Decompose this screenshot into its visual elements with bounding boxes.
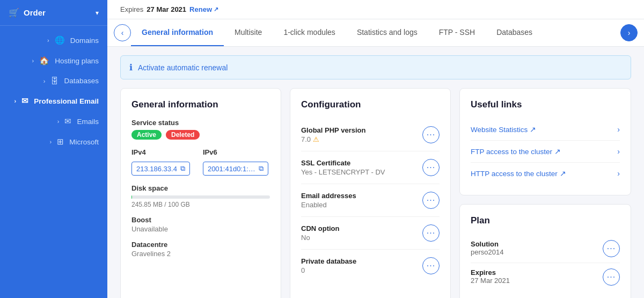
ipv4-col: IPv4 213.186.33.4 ⧉ xyxy=(131,148,190,176)
info-icon: ℹ xyxy=(129,62,133,72)
chevron-right-icon: › xyxy=(47,37,49,43)
config-cdn-val: No xyxy=(301,234,339,242)
config-row-private-db: Private database 0 ··· xyxy=(301,250,440,282)
external-link-icon: ↗ xyxy=(530,125,536,134)
datacentre-label: Datacentre xyxy=(131,241,270,249)
disk-bar-fill xyxy=(131,195,132,199)
expires-date: 27 Mar 2021 xyxy=(147,5,186,13)
config-php-dots-button[interactable]: ··· xyxy=(422,126,440,143)
ipv6-value-box: 2001:41d0:1:… ⧉ xyxy=(203,162,268,176)
config-private-db-key: Private database xyxy=(301,257,356,265)
badge-active: Active xyxy=(131,130,162,140)
config-private-db-val: 0 xyxy=(301,266,356,274)
link-row-website-stats[interactable]: Website Statistics ↗ › xyxy=(471,119,620,141)
tab-general-information[interactable]: General information xyxy=(131,19,224,46)
sidebar-item-emails[interactable]: › ✉ Emails xyxy=(0,111,107,132)
sidebar-item-label: Databases xyxy=(64,77,99,85)
chevron-right-icon: › xyxy=(14,98,17,104)
config-cdn-key: CDN option xyxy=(301,224,339,232)
disk-label: Disk space xyxy=(131,184,270,192)
status-badges: Active Deleted xyxy=(131,130,270,140)
ipv4-value-box: 213.186.33.4 ⧉ xyxy=(131,162,190,176)
sidebar-item-professional-email[interactable]: › ✉ Professional Email xyxy=(0,91,107,111)
config-ssl-val: Yes - LETSENCRYPT - DV xyxy=(301,168,385,176)
plan-card: Plan Solution perso2014 ··· Expires 27 M… xyxy=(459,204,631,298)
sidebar-item-domains[interactable]: › 🌐 Domains xyxy=(0,30,107,50)
configuration-card: Configuration Global PHP version 7.0 ⚠ ·… xyxy=(290,88,451,298)
plan-expires-dots-button[interactable]: ··· xyxy=(603,268,620,286)
disk-bar-background xyxy=(131,195,270,199)
right-column: Useful links Website Statistics ↗ › FTP … xyxy=(459,88,631,298)
sidebar-item-databases[interactable]: › 🗄 Databases xyxy=(0,71,107,91)
tab-databases[interactable]: Databases xyxy=(486,19,543,46)
tab-1click-modules[interactable]: 1-click modules xyxy=(273,19,346,46)
tabs-list: General information Multisite 1-click mo… xyxy=(131,19,620,46)
tabs-bar: ‹ General information Multisite 1-click … xyxy=(107,19,644,47)
config-private-db-dots-button[interactable]: ··· xyxy=(422,257,440,274)
ip-row: IPv4 213.186.33.4 ⧉ IPv6 2001:41d0:1:… ⧉ xyxy=(131,148,270,176)
expires-label: Expires xyxy=(120,5,143,13)
general-info-title: General information xyxy=(131,99,270,110)
plan-solution-key: Solution xyxy=(471,240,503,248)
link-row-ftp-access[interactable]: FTP access to the cluster ↗ › xyxy=(471,141,620,163)
chevron-right-icon: › xyxy=(50,139,52,145)
content-grid: General information Service status Activ… xyxy=(107,79,644,298)
renewal-banner-text: Activate automatic renewal xyxy=(138,63,228,72)
warning-icon: ⚠ xyxy=(313,135,319,143)
cart-icon: 🛒 xyxy=(9,8,19,18)
sidebar-item-microsoft[interactable]: › ⊞ Microsoft xyxy=(0,132,107,152)
tab-ftp-ssh[interactable]: FTP - SSH xyxy=(428,19,486,46)
chevron-right-icon: › xyxy=(617,169,620,178)
config-cdn-dots-button[interactable]: ··· xyxy=(422,224,440,242)
sidebar-item-label: Microsoft xyxy=(69,138,99,146)
config-email-dots-button[interactable]: ··· xyxy=(422,192,440,209)
domains-icon: 🌐 xyxy=(55,35,65,45)
configuration-title: Configuration xyxy=(301,99,440,110)
plan-expires-val: 27 Mar 2021 xyxy=(471,277,510,285)
config-row-php: Global PHP version 7.0 ⚠ ··· xyxy=(301,119,440,151)
plan-row-expires: Expires 27 Mar 2021 ··· xyxy=(471,263,620,291)
renew-link[interactable]: Renew ↗ xyxy=(189,5,218,13)
badge-deleted: Deleted xyxy=(166,130,200,140)
useful-links-card: Useful links Website Statistics ↗ › FTP … xyxy=(459,88,631,195)
topbar: Expires 27 Mar 2021 Renew ↗ xyxy=(107,0,644,19)
tab-prev-button[interactable]: ‹ xyxy=(114,24,131,41)
copy-icon[interactable]: ⧉ xyxy=(180,164,185,173)
plan-title: Plan xyxy=(471,215,620,226)
website-stats-link: Website Statistics ↗ xyxy=(471,125,536,134)
databases-icon: 🗄 xyxy=(50,76,58,85)
tab-multisite[interactable]: Multisite xyxy=(224,19,273,46)
sidebar-item-label: Emails xyxy=(77,118,99,126)
email-icon: ✉ xyxy=(21,96,28,106)
chevron-right-icon: › xyxy=(617,147,620,156)
config-ssl-dots-button[interactable]: ··· xyxy=(422,159,440,176)
hosting-icon: 🏠 xyxy=(39,56,49,66)
ipv4-value: 213.186.33.4 xyxy=(136,165,177,173)
tab-next-button[interactable]: › xyxy=(620,24,638,41)
config-php-key: Global PHP version xyxy=(301,126,365,134)
http-access-link: HTTP access to the cluster ↗ xyxy=(471,169,566,178)
boost-value: Unavailable xyxy=(131,225,270,233)
renewal-banner[interactable]: ℹ Activate automatic renewal xyxy=(120,55,631,79)
sidebar-item-hosting[interactable]: › 🏠 Hosting plans xyxy=(0,50,107,71)
copy-icon[interactable]: ⧉ xyxy=(259,164,264,173)
plan-expires-key: Expires xyxy=(471,268,510,277)
sidebar-item-label: Professional Email xyxy=(34,97,99,105)
link-row-http-access[interactable]: HTTP access to the cluster ↗ › xyxy=(471,163,620,184)
order-button[interactable]: 🛒 Order ▾ xyxy=(0,0,107,26)
tab-statistics-and-logs[interactable]: Statistics and logs xyxy=(346,19,428,46)
plan-solution-dots-button[interactable]: ··· xyxy=(603,240,620,257)
config-email-key: Email addresses xyxy=(301,192,356,200)
renew-label: Renew xyxy=(189,5,212,13)
external-link-icon: ↗ xyxy=(560,169,566,178)
config-ssl-key: SSL Certificate xyxy=(301,159,385,167)
service-status-label: Service status xyxy=(131,119,270,127)
emails-icon: ✉ xyxy=(64,117,71,126)
config-row-email: Email addresses Enabled ··· xyxy=(301,184,440,217)
chevron-down-icon: ▾ xyxy=(96,9,99,17)
datacentre-value: Gravelines 2 xyxy=(131,250,270,258)
order-label: Order xyxy=(24,8,46,17)
external-link-icon: ↗ xyxy=(214,6,218,13)
plan-row-solution: Solution perso2014 ··· xyxy=(471,235,620,263)
disk-usage-text: 245.85 MB / 100 GB xyxy=(131,201,270,208)
